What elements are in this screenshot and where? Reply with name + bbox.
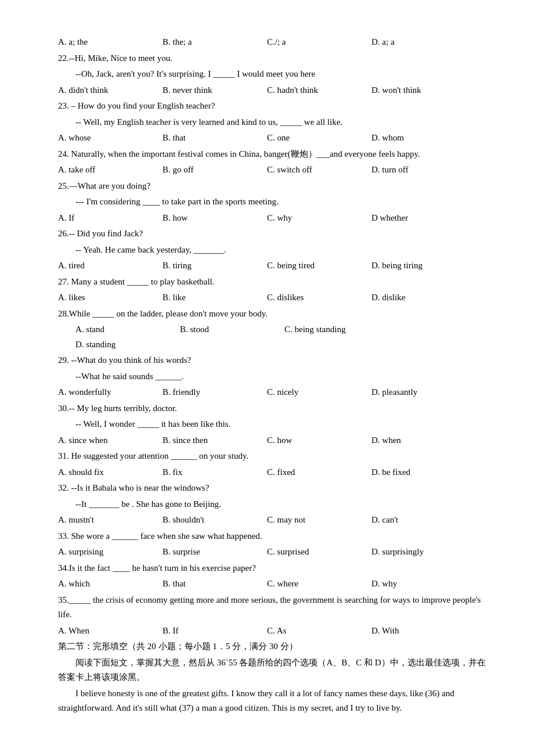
option-31-3: D. surprisingly <box>371 545 476 560</box>
text-line-37: 阅读下面短文，掌握其大意，然后从 36`55 各题所给的四个选项（A、B、C 和… <box>58 656 488 685</box>
options-row-16: A. likesB. likeC. dislikesD. dislike <box>58 290 488 305</box>
text-line-34: 35._____ the crisis of economy getting m… <box>58 593 488 622</box>
option-18-0: A. stand <box>75 322 180 337</box>
option-33-2: C. where <box>267 577 371 592</box>
option-8-1: B. go off <box>163 163 267 178</box>
option-33-3: D. why <box>371 577 476 592</box>
text-line-19: 29. --What do you think of his words? <box>58 353 488 368</box>
option-6-1: B. that <box>163 131 267 146</box>
option-29-3: D. can't <box>371 513 476 528</box>
option-35-3: D. With <box>371 624 476 639</box>
text-line-9: 25.—What are you doing? <box>58 179 488 194</box>
option-14-2: C. being tired <box>267 258 371 273</box>
option-29-0: A. mustn't <box>58 513 163 528</box>
options-row-29: A. mustn'tB. shouldn'tC. may notD. can't <box>58 513 488 528</box>
option-31-2: C. surprised <box>267 545 371 560</box>
option-21-2: C. nicely <box>267 385 371 400</box>
options-row-8: A. take offB. go offC. switch offD. turn… <box>58 163 488 178</box>
option-18-2: C. being standing <box>284 322 400 337</box>
options-row-0: A. a; theB. the; aC./; aD. a; a <box>58 35 488 50</box>
option-11-2: C. why <box>267 211 371 226</box>
option-0-3: D. a; a <box>371 35 476 50</box>
option-26-2: C. fixed <box>267 465 371 480</box>
option-33-0: A. which <box>58 577 163 592</box>
option-8-2: C. switch off <box>267 163 371 178</box>
option-3-2: C. hadn't think <box>267 83 371 98</box>
option-24-0: A. since when <box>58 433 163 448</box>
options-row-24: A. since whenB. since thenC. howD. when <box>58 433 488 448</box>
option-16-3: D. dislike <box>371 290 476 305</box>
option-3-0: A. didn't think <box>58 83 163 98</box>
main-content: A. a; theB. the; aC./; aD. a; a22.--Hi, … <box>58 35 488 716</box>
option-21-3: D. pleasantly <box>371 385 476 400</box>
option-16-2: C. dislikes <box>267 290 371 305</box>
option-24-3: D. when <box>371 433 476 448</box>
text-line-1: 22.--Hi, Mike, Nice to meet you. <box>58 51 488 66</box>
option-24-2: C. how <box>267 433 371 448</box>
text-line-22: 30.-- My leg hurts terribly, doctor. <box>58 401 488 416</box>
option-33-1: B. that <box>163 577 267 592</box>
option-14-0: A. tired <box>58 258 163 273</box>
option-24-1: B. since then <box>163 433 267 448</box>
options-row-26: A. should fixB. fixC. fixedD. be fixed <box>58 465 488 480</box>
text-line-10: --- I'm considering ____ to take part in… <box>58 195 488 210</box>
option-35-1: B. If <box>163 624 267 639</box>
option-11-1: B. how <box>163 211 267 226</box>
option-21-1: B. friendly <box>163 385 267 400</box>
text-line-23: -- Well, I wonder _____ it has been like… <box>58 417 488 432</box>
options-row-33: A. whichB. thatC. whereD. why <box>58 577 488 592</box>
text-line-28: --It _______ be . She has gone to Beijin… <box>58 497 488 512</box>
option-18-3: D. standing <box>75 337 180 352</box>
text-line-4: 23. – How do you find your English teach… <box>58 99 488 114</box>
option-6-2: C. one <box>267 131 371 146</box>
option-6-0: A. whose <box>58 131 163 146</box>
text-line-7: 24. Naturally, when the important festiv… <box>58 147 488 162</box>
option-0-1: B. the; a <box>163 35 267 50</box>
option-16-0: A. likes <box>58 290 163 305</box>
text-line-25: 31. He suggested your attention ______ o… <box>58 449 488 464</box>
option-35-2: C. As <box>267 624 371 639</box>
option-8-0: A. take off <box>58 163 163 178</box>
option-26-1: B. fix <box>163 465 267 480</box>
text-line-27: 32. --Is it Babala who is near the windo… <box>58 481 488 496</box>
option-18-1: B. stood <box>180 322 284 337</box>
text-line-38: I believe honesty is one of the greatest… <box>58 686 488 716</box>
options-row-6: A. whoseB. thatC. oneD. whom <box>58 131 488 146</box>
options-row-35: A. WhenB. IfC. AsD. With <box>58 624 488 639</box>
options-row-14: A. tiredB. tiringC. being tiredD. being … <box>58 258 488 273</box>
option-31-0: A. surprising <box>58 545 163 560</box>
text-line-36: 第二节：完形填空（共 20 小题；每小题 1．5 分，满分 30 分） <box>58 639 488 654</box>
option-6-3: D. whom <box>371 131 476 146</box>
text-line-30: 33. She wore a ______ face when she saw … <box>58 529 488 544</box>
text-line-13: -- Yeah. He came back yesterday, _______… <box>58 243 488 258</box>
option-11-0: A. If <box>58 211 163 226</box>
option-14-1: B. tiring <box>163 258 267 273</box>
options-row-11: A. IfB. howC. whyD whether <box>58 211 488 226</box>
option-14-3: D. being tiring <box>371 258 476 273</box>
option-26-0: A. should fix <box>58 465 163 480</box>
option-31-1: B. surprise <box>163 545 267 560</box>
option-11-3: D whether <box>371 211 476 226</box>
options-row-18: A. standB. stoodC. being standingD. stan… <box>58 322 488 352</box>
option-3-3: D. won't think <box>371 83 476 98</box>
options-row-3: A. didn't thinkB. never thinkC. hadn't t… <box>58 83 488 98</box>
text-line-32: 34.Is it the fact ____ he hasn't turn in… <box>58 561 488 576</box>
option-26-3: D. be fixed <box>371 465 476 480</box>
option-29-1: B. shouldn't <box>163 513 267 528</box>
option-3-1: B. never think <box>163 83 267 98</box>
option-21-0: A. wonderfully <box>58 385 163 400</box>
text-line-15: 27. Many a student _____ to play basketb… <box>58 275 488 290</box>
text-line-17: 28.While _____ on the ladder, please don… <box>58 307 488 322</box>
option-0-0: A. a; the <box>58 35 163 50</box>
option-29-2: C. may not <box>267 513 371 528</box>
options-row-31: A. surprisingB. surpriseC. surprisedD. s… <box>58 545 488 560</box>
options-row-21: A. wonderfullyB. friendlyC. nicelyD. ple… <box>58 385 488 400</box>
text-line-20: --What he said sounds ______. <box>58 369 488 384</box>
text-line-5: -- Well, my English teacher is very lear… <box>58 115 488 130</box>
option-0-2: C./; a <box>267 35 371 50</box>
text-line-2: --Oh, Jack, aren't you? It's surprising.… <box>58 67 488 82</box>
option-16-1: B. like <box>163 290 267 305</box>
option-35-0: A. When <box>58 624 163 639</box>
text-line-12: 26.-- Did you find Jack? <box>58 226 488 242</box>
option-8-3: D. turn off <box>371 163 476 178</box>
